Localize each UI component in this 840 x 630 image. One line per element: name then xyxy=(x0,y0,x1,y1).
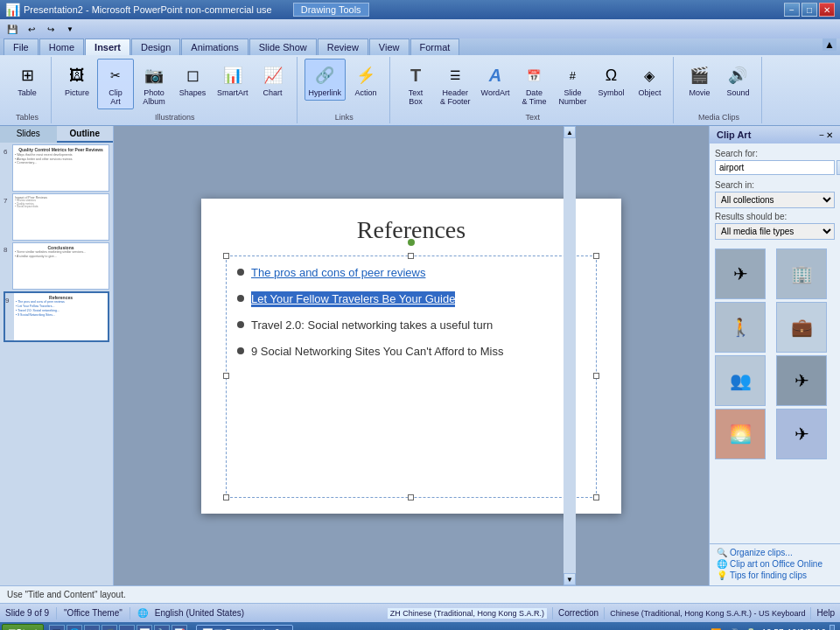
minimize-button[interactable]: − xyxy=(784,3,800,17)
chart-label: Chart xyxy=(263,89,283,98)
taskbar-icon-ie[interactable]: 🌐 xyxy=(66,625,82,630)
handle-br[interactable] xyxy=(593,494,599,500)
wordart-label: WordArt xyxy=(481,89,510,98)
help-label[interactable]: Help xyxy=(816,608,835,618)
keyboard-label[interactable]: Chinese (Traditional, Hong Kong S.A.R.) … xyxy=(610,609,805,618)
slide-number-button[interactable]: # SlideNumber xyxy=(554,59,591,109)
clip-art-item-4[interactable]: 💼 xyxy=(776,302,827,353)
tab-home[interactable]: Home xyxy=(39,38,84,55)
tab-format[interactable]: Format xyxy=(410,38,460,55)
handle-bm[interactable] xyxy=(408,494,414,500)
office-online-icon: 🌐 xyxy=(717,559,727,569)
tab-outline[interactable]: Outline xyxy=(57,126,114,143)
clip-art-item-7[interactable]: 🌅 xyxy=(715,409,766,459)
undo-quick-btn[interactable]: ↩ xyxy=(23,21,40,37)
tab-insert[interactable]: Insert xyxy=(85,38,130,55)
slide-area[interactable]: References The pros and cons o xyxy=(114,126,709,585)
tab-view[interactable]: View xyxy=(369,38,410,55)
slide-thumb-9[interactable]: 9 References • The pros and cons of peer… xyxy=(4,291,109,342)
vertical-scrollbar[interactable]: ▲ ▼ xyxy=(564,126,576,585)
action-label: Action xyxy=(355,89,377,98)
tab-animations[interactable]: Animations xyxy=(181,38,248,55)
slide-thumb-6[interactable]: 6 Quality Control Metrics for Peer Revie… xyxy=(4,144,109,192)
results-select[interactable]: All media file types xyxy=(715,223,835,240)
handle-ml[interactable] xyxy=(223,373,229,379)
taskbar-icon-5[interactable]: ▶ xyxy=(119,625,135,630)
redo-quick-btn[interactable]: ↪ xyxy=(42,21,60,37)
correction-label[interactable]: Correction xyxy=(558,608,598,618)
clip-art-close-btn[interactable]: ✕ xyxy=(826,130,833,140)
smartart-button[interactable]: 📊 SmartArt xyxy=(213,59,253,101)
hyperlink-button[interactable]: 🔗 Hyperlink xyxy=(304,59,346,101)
chart-button[interactable]: 📈 Chart xyxy=(255,59,291,101)
search-in-select[interactable]: All collections xyxy=(715,192,835,208)
content-placeholder[interactable]: The pros and cons of peer reviews Let Yo… xyxy=(226,256,597,498)
tab-file[interactable]: File xyxy=(4,38,38,55)
sound-button[interactable]: 🔊 Sound xyxy=(719,59,756,101)
divider-1 xyxy=(56,607,57,620)
office-online-link[interactable]: 🌐 Clip art on Office Online xyxy=(717,559,833,569)
slide-thumb-7[interactable]: 7 Impact of Peer Reviews • Review statis… xyxy=(4,193,109,241)
textbox-button[interactable]: T TextBox xyxy=(397,59,434,109)
tips-link[interactable]: 💡 Tips for finding clips xyxy=(717,570,833,580)
tab-slideshow[interactable]: Slide Show xyxy=(249,38,317,55)
taskbar-icon-4[interactable]: 🎵 xyxy=(102,625,117,630)
clip-art-minimize-btn[interactable]: − xyxy=(819,130,824,140)
symbol-button[interactable]: Ω Symbol xyxy=(592,59,629,101)
clip-art-go-button[interactable]: Go xyxy=(836,160,840,175)
close-button[interactable]: ✕ xyxy=(819,3,835,17)
slide-thumb-8[interactable]: 8 Conclusions • Some similar websites ma… xyxy=(4,242,109,290)
lang-indicator[interactable]: ZH Chinese (Traditional, Hong Kong S.A.R… xyxy=(388,608,547,619)
handle-bl[interactable] xyxy=(223,494,229,500)
bullet-text-4[interactable]: 9 Social Networking Sites You Can't Affo… xyxy=(251,344,503,360)
handle-mr[interactable] xyxy=(593,373,599,379)
rotation-handle[interactable] xyxy=(408,239,415,246)
more-quick-btn[interactable]: ▼ xyxy=(61,21,79,37)
object-button[interactable]: ◈ Object xyxy=(631,59,668,101)
bullet-text-2[interactable]: Let Your Fellow Travelers Be Your Guide xyxy=(251,291,455,307)
taskbar-icon-3[interactable]: 📁 xyxy=(84,625,100,630)
scroll-down-btn[interactable]: ▼ xyxy=(564,573,576,585)
clip-art-item-2[interactable]: 🏢 xyxy=(776,248,827,299)
maximize-button[interactable]: □ xyxy=(802,3,817,17)
date-time-button[interactable]: 📅 Date& Time xyxy=(515,59,552,109)
taskbar-icon-8[interactable]: 📝 xyxy=(172,625,187,630)
taskbar-icon-7[interactable]: 🔧 xyxy=(154,625,170,630)
ribbon-collapse-btn[interactable]: ▲ xyxy=(822,38,836,51)
clip-art-item-1[interactable]: ✈ xyxy=(715,248,766,299)
table-button[interactable]: ⊞ Table xyxy=(9,59,46,101)
tab-slides[interactable]: Slides xyxy=(0,126,57,143)
bullet-text-3[interactable]: Travel 2.0: Social networking takes a us… xyxy=(251,318,493,333)
handle-tm[interactable] xyxy=(408,253,414,259)
tab-review[interactable]: Review xyxy=(318,38,368,55)
search-for-label: Search for: xyxy=(715,149,835,158)
clip-art-item-8[interactable]: ✈ xyxy=(776,409,827,459)
taskbar-icon-explorer[interactable]: 🗔 xyxy=(49,625,65,630)
photo-album-button[interactable]: 📷 PhotoAlbum xyxy=(136,59,172,109)
clip-art-item-5[interactable]: 👥 xyxy=(715,355,766,406)
slide-content: The pros and cons of peer reviews Let Yo… xyxy=(227,256,596,380)
clip-art-item-6[interactable]: ✈ xyxy=(776,355,827,406)
taskbar-icon-ppt[interactable]: 📊 xyxy=(136,625,152,630)
bullet-text-1[interactable]: The pros and cons of peer reviews xyxy=(251,265,425,281)
organize-clips-link[interactable]: 🔍 Organize clips... xyxy=(717,548,833,557)
taskbar-ppt-button[interactable]: 📊 🗔 Presentation2... xyxy=(196,625,293,630)
clip-art-search-input[interactable] xyxy=(715,160,835,175)
shapes-button[interactable]: ◻ Shapes xyxy=(174,59,211,101)
movie-button[interactable]: 🎬 Movie xyxy=(681,59,718,101)
window-controls[interactable]: − □ ✕ xyxy=(784,3,835,17)
save-quick-btn[interactable]: 💾 xyxy=(4,21,21,37)
picture-button[interactable]: 🖼 Picture xyxy=(59,59,95,101)
clip-art-item-3[interactable]: 🚶 xyxy=(715,302,766,353)
tab-design[interactable]: Design xyxy=(131,38,180,55)
wordart-button[interactable]: A WordArt xyxy=(477,59,514,101)
start-button[interactable]: ⊞ Start xyxy=(2,624,44,630)
clip-art-controls: − ✕ xyxy=(819,130,833,140)
header-footer-button[interactable]: ☰ Header& Footer xyxy=(436,59,475,109)
handle-tr[interactable] xyxy=(593,253,599,259)
action-button[interactable]: ⚡ Action xyxy=(347,59,384,101)
handle-tl[interactable] xyxy=(223,253,229,259)
clip-art-button[interactable]: ✂ ClipArt xyxy=(97,59,134,109)
scroll-up-btn[interactable]: ▲ xyxy=(564,126,576,138)
show-desktop-btn[interactable] xyxy=(830,625,835,630)
